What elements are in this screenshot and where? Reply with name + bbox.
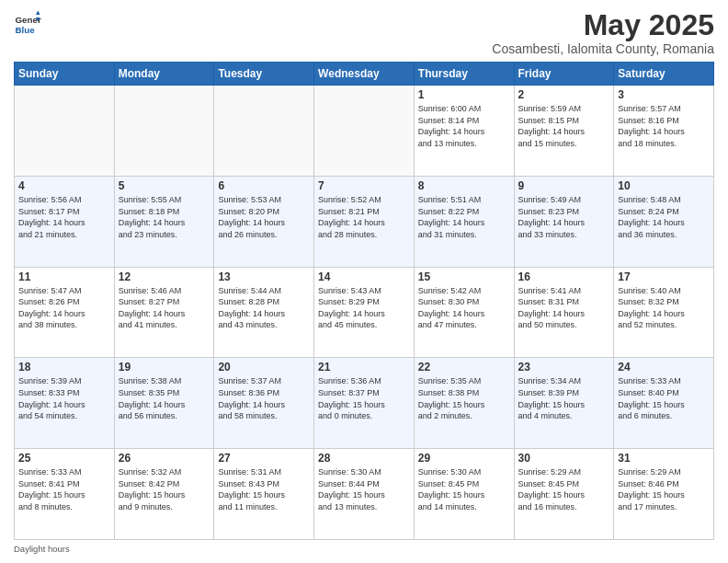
- day-info: Sunrise: 5:30 AM Sunset: 8:44 PM Dayligh…: [318, 466, 410, 512]
- day-number: 10: [618, 179, 710, 192]
- calendar-cell: 3Sunrise: 5:57 AM Sunset: 8:16 PM Daylig…: [614, 86, 714, 177]
- day-number: 18: [18, 361, 110, 373]
- weekday-header-friday: Friday: [514, 63, 614, 86]
- day-number: 29: [418, 452, 510, 465]
- calendar-cell: 29Sunrise: 5:30 AM Sunset: 8:45 PM Dayli…: [414, 449, 514, 540]
- calendar-cell: [314, 86, 415, 177]
- weekday-header-row: SundayMondayTuesdayWednesdayThursdayFrid…: [15, 63, 714, 86]
- calendar-cell: 31Sunrise: 5:29 AM Sunset: 8:46 PM Dayli…: [614, 449, 714, 540]
- calendar-cell: 4Sunrise: 5:56 AM Sunset: 8:17 PM Daylig…: [15, 176, 115, 267]
- title-block: May 2025 Cosambesti, Ialomita County, Ro…: [492, 9, 714, 56]
- day-number: 19: [119, 361, 210, 373]
- day-number: 8: [418, 179, 510, 192]
- location-title: Cosambesti, Ialomita County, Romania: [492, 41, 714, 56]
- day-number: 17: [618, 270, 710, 283]
- calendar-cell: 19Sunrise: 5:38 AM Sunset: 8:35 PM Dayli…: [114, 358, 214, 449]
- calendar-week-row: 11Sunrise: 5:47 AM Sunset: 8:26 PM Dayli…: [15, 267, 714, 358]
- day-info: Sunrise: 5:44 AM Sunset: 8:28 PM Dayligh…: [218, 285, 310, 331]
- calendar-cell: 13Sunrise: 5:44 AM Sunset: 8:28 PM Dayli…: [214, 267, 314, 358]
- calendar-cell: 27Sunrise: 5:31 AM Sunset: 8:43 PM Dayli…: [214, 449, 314, 540]
- weekday-header-sunday: Sunday: [15, 63, 115, 86]
- day-number: 24: [618, 361, 710, 373]
- weekday-header-tuesday: Tuesday: [214, 63, 314, 86]
- day-number: 12: [119, 270, 210, 283]
- day-number: 23: [518, 361, 610, 373]
- day-info: Sunrise: 5:36 AM Sunset: 8:37 PM Dayligh…: [318, 375, 410, 421]
- day-info: Sunrise: 5:48 AM Sunset: 8:24 PM Dayligh…: [618, 194, 710, 240]
- logo-icon: General Blue: [14, 9, 41, 37]
- day-number: 11: [18, 270, 110, 283]
- calendar-cell: 15Sunrise: 5:42 AM Sunset: 8:30 PM Dayli…: [414, 267, 514, 358]
- logo: General Blue: [14, 9, 41, 37]
- day-info: Sunrise: 5:41 AM Sunset: 8:31 PM Dayligh…: [518, 285, 610, 331]
- header: General Blue May 2025 Cosambesti, Ialomi…: [14, 9, 714, 56]
- day-info: Sunrise: 5:34 AM Sunset: 8:39 PM Dayligh…: [518, 375, 610, 421]
- day-info: Sunrise: 5:39 AM Sunset: 8:33 PM Dayligh…: [18, 375, 110, 421]
- calendar-cell: 1Sunrise: 6:00 AM Sunset: 8:14 PM Daylig…: [414, 86, 514, 177]
- day-info: Sunrise: 5:55 AM Sunset: 8:18 PM Dayligh…: [119, 194, 210, 240]
- weekday-header-thursday: Thursday: [414, 63, 514, 86]
- day-number: 30: [518, 452, 610, 465]
- day-number: 4: [18, 179, 110, 192]
- calendar-table: SundayMondayTuesdayWednesdayThursdayFrid…: [14, 62, 714, 540]
- day-info: Sunrise: 5:52 AM Sunset: 8:21 PM Dayligh…: [318, 194, 410, 240]
- calendar-cell: 26Sunrise: 5:32 AM Sunset: 8:42 PM Dayli…: [114, 449, 214, 540]
- day-number: 9: [518, 179, 610, 192]
- calendar-cell: 25Sunrise: 5:33 AM Sunset: 8:41 PM Dayli…: [15, 449, 115, 540]
- day-number: 27: [218, 452, 310, 465]
- svg-text:Blue: Blue: [16, 25, 36, 35]
- calendar-cell: [15, 86, 115, 177]
- day-info: Sunrise: 5:49 AM Sunset: 8:23 PM Dayligh…: [518, 194, 610, 240]
- day-info: Sunrise: 5:43 AM Sunset: 8:29 PM Dayligh…: [318, 285, 410, 331]
- calendar-cell: 18Sunrise: 5:39 AM Sunset: 8:33 PM Dayli…: [15, 358, 115, 449]
- calendar-cell: 24Sunrise: 5:33 AM Sunset: 8:40 PM Dayli…: [614, 358, 714, 449]
- day-info: Sunrise: 5:53 AM Sunset: 8:20 PM Dayligh…: [218, 194, 310, 240]
- calendar-cell: 6Sunrise: 5:53 AM Sunset: 8:20 PM Daylig…: [214, 176, 314, 267]
- day-info: Sunrise: 5:56 AM Sunset: 8:17 PM Dayligh…: [18, 194, 110, 240]
- weekday-header-monday: Monday: [114, 63, 214, 86]
- calendar-cell: 5Sunrise: 5:55 AM Sunset: 8:18 PM Daylig…: [114, 176, 214, 267]
- day-info: Sunrise: 5:37 AM Sunset: 8:36 PM Dayligh…: [218, 375, 310, 421]
- day-info: Sunrise: 5:57 AM Sunset: 8:16 PM Dayligh…: [618, 103, 710, 149]
- day-info: Sunrise: 5:32 AM Sunset: 8:42 PM Dayligh…: [119, 466, 210, 512]
- day-number: 21: [318, 361, 410, 373]
- day-number: 31: [618, 452, 710, 465]
- weekday-header-saturday: Saturday: [614, 63, 714, 86]
- calendar-week-row: 25Sunrise: 5:33 AM Sunset: 8:41 PM Dayli…: [15, 449, 714, 540]
- day-info: Sunrise: 5:33 AM Sunset: 8:40 PM Dayligh…: [618, 375, 710, 421]
- month-title: May 2025: [492, 9, 714, 41]
- day-info: Sunrise: 5:35 AM Sunset: 8:38 PM Dayligh…: [418, 375, 510, 421]
- calendar-cell: 21Sunrise: 5:36 AM Sunset: 8:37 PM Dayli…: [314, 358, 415, 449]
- calendar-cell: 20Sunrise: 5:37 AM Sunset: 8:36 PM Dayli…: [214, 358, 314, 449]
- day-info: Sunrise: 5:29 AM Sunset: 8:46 PM Dayligh…: [618, 466, 710, 512]
- calendar-cell: 17Sunrise: 5:40 AM Sunset: 8:32 PM Dayli…: [614, 267, 714, 358]
- day-number: 15: [418, 270, 510, 283]
- calendar-cell: 28Sunrise: 5:30 AM Sunset: 8:44 PM Dayli…: [314, 449, 415, 540]
- svg-marker-2: [36, 11, 40, 16]
- calendar-cell: 14Sunrise: 5:43 AM Sunset: 8:29 PM Dayli…: [314, 267, 415, 358]
- day-info: Sunrise: 5:33 AM Sunset: 8:41 PM Dayligh…: [18, 466, 110, 512]
- calendar-cell: 12Sunrise: 5:46 AM Sunset: 8:27 PM Dayli…: [114, 267, 214, 358]
- calendar-cell: 2Sunrise: 5:59 AM Sunset: 8:15 PM Daylig…: [514, 86, 614, 177]
- day-number: 1: [418, 88, 510, 101]
- day-info: Sunrise: 5:47 AM Sunset: 8:26 PM Dayligh…: [18, 285, 110, 331]
- calendar-cell: 30Sunrise: 5:29 AM Sunset: 8:45 PM Dayli…: [514, 449, 614, 540]
- calendar-week-row: 1Sunrise: 6:00 AM Sunset: 8:14 PM Daylig…: [15, 86, 714, 177]
- day-info: Sunrise: 5:59 AM Sunset: 8:15 PM Dayligh…: [518, 103, 610, 149]
- day-number: 14: [318, 270, 410, 283]
- day-info: Sunrise: 5:31 AM Sunset: 8:43 PM Dayligh…: [218, 466, 310, 512]
- day-number: 2: [518, 88, 610, 101]
- calendar-week-row: 18Sunrise: 5:39 AM Sunset: 8:33 PM Dayli…: [15, 358, 714, 449]
- calendar-week-row: 4Sunrise: 5:56 AM Sunset: 8:17 PM Daylig…: [15, 176, 714, 267]
- day-info: Sunrise: 5:30 AM Sunset: 8:45 PM Dayligh…: [418, 466, 510, 512]
- calendar-cell: 22Sunrise: 5:35 AM Sunset: 8:38 PM Dayli…: [414, 358, 514, 449]
- day-info: Sunrise: 5:46 AM Sunset: 8:27 PM Dayligh…: [119, 285, 210, 331]
- day-info: Sunrise: 5:38 AM Sunset: 8:35 PM Dayligh…: [119, 375, 210, 421]
- calendar-cell: 23Sunrise: 5:34 AM Sunset: 8:39 PM Dayli…: [514, 358, 614, 449]
- page: General Blue May 2025 Cosambesti, Ialomi…: [0, 0, 728, 563]
- day-number: 28: [318, 452, 410, 465]
- footer-note: Daylight hours: [14, 544, 714, 554]
- day-number: 7: [318, 179, 410, 192]
- day-number: 26: [119, 452, 210, 465]
- day-number: 13: [218, 270, 310, 283]
